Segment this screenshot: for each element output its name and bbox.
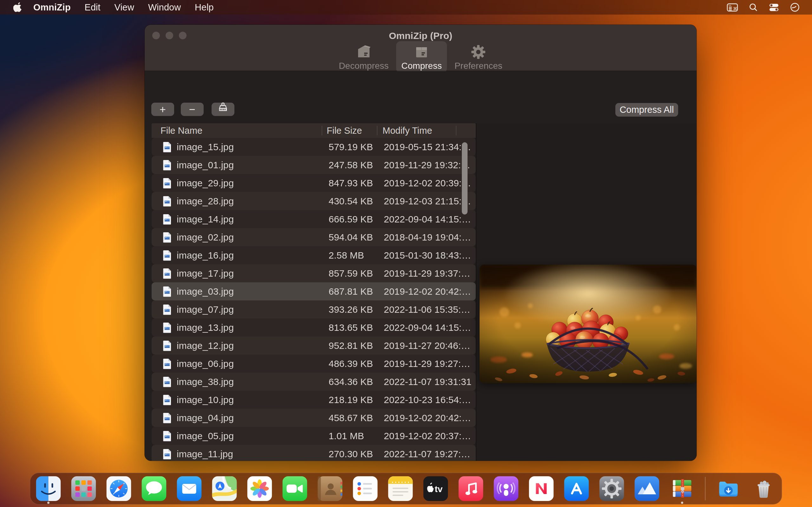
table-row[interactable]: image_15.jpg 579.19 KB 2019-05-15 21:34:… — [152, 138, 476, 156]
table-row[interactable]: image_01.jpg 247.58 KB 2019-11-29 19:32:… — [152, 156, 476, 174]
dock-item-facetime[interactable] — [283, 476, 307, 501]
table-row[interactable]: image_17.jpg 857.59 KB 2019-11-29 19:37:… — [152, 264, 476, 282]
table-row[interactable]: image_10.jpg 218.19 KB 2022-10-23 16:54:… — [152, 391, 476, 409]
add-files-button[interactable]: + — [151, 103, 174, 116]
modify-time: 2018-04-19 19:04:… — [377, 232, 456, 243]
table-row[interactable]: image_14.jpg 666.59 KB 2022-09-04 14:15:… — [152, 210, 476, 228]
window-content: + − Compress All File Name File Size — [145, 71, 697, 461]
clock-icon[interactable] — [790, 2, 800, 12]
file-name: image_02.jpg — [177, 232, 234, 243]
file-size: 2.58 MB — [322, 250, 377, 261]
table-row[interactable]: image_11.jpg 270.30 KB 2022-11-07 19:27:… — [152, 445, 476, 461]
compress-all-button[interactable]: Compress All — [615, 103, 678, 117]
photos-icon — [247, 476, 272, 501]
table-row[interactable]: image_38.jpg 634.36 KB 2022-11-07 19:31:… — [152, 373, 476, 391]
file-size: 687.81 KB — [322, 286, 377, 297]
menu-view[interactable]: View — [114, 2, 134, 13]
table-row[interactable]: image_12.jpg 952.81 KB 2019-11-27 20:46:… — [152, 337, 476, 354]
control-center-icon[interactable] — [768, 3, 779, 12]
jpeg-file-icon — [163, 358, 171, 369]
dock-item-tv[interactable]: tv — [423, 476, 448, 501]
dock-item-maps[interactable] — [212, 476, 237, 501]
tab-preferences[interactable]: Preferences — [450, 41, 507, 73]
file-name: image_15.jpg — [177, 142, 234, 153]
dock-item-safari[interactable] — [107, 476, 131, 501]
file-name: image_12.jpg — [177, 340, 234, 351]
mountains-app-icon — [635, 476, 659, 501]
dock-item-trash[interactable] — [751, 476, 776, 501]
menu-window[interactable]: Window — [148, 2, 181, 13]
table-row[interactable]: image_28.jpg 430.54 KB 2019-12-03 21:15:… — [152, 192, 476, 210]
jpeg-file-icon — [163, 214, 171, 225]
file-size: 458.67 KB — [322, 412, 377, 424]
downloads-folder-icon — [716, 476, 741, 501]
dock-item-launchpad[interactable] — [71, 476, 96, 501]
tab-label: Compress — [401, 61, 442, 71]
jpeg-file-icon — [163, 286, 171, 297]
mail-icon — [177, 476, 202, 501]
file-table: File Name File Size Modify Time image_15… — [152, 123, 476, 461]
file-name: image_14.jpg — [177, 214, 234, 225]
jpeg-file-icon — [163, 377, 171, 387]
dock-item-messages[interactable] — [142, 476, 166, 501]
notes-icon — [388, 476, 413, 501]
contacts-icon — [318, 476, 343, 501]
dock-item-mail[interactable] — [177, 476, 202, 501]
dock-item-podcasts[interactable] — [494, 476, 519, 501]
table-row[interactable]: image_03.jpg 687.81 KB 2019-12-02 20:42:… — [152, 282, 476, 300]
menu-app-name[interactable]: OmniZip — [33, 2, 71, 13]
modify-time: 2019-12-02 20:42:… — [377, 412, 456, 424]
jpeg-file-icon — [163, 160, 171, 170]
file-name: image_13.jpg — [177, 322, 234, 333]
file-size: 634.36 KB — [322, 377, 377, 387]
tab-compress[interactable]: Compress — [396, 41, 447, 73]
jpeg-file-icon — [163, 431, 171, 441]
dock-item-photos[interactable] — [247, 476, 272, 501]
menu-help[interactable]: Help — [195, 2, 214, 13]
column-file-size[interactable]: File Size — [322, 126, 377, 135]
table-row[interactable]: image_02.jpg 594.04 KB 2018-04-19 19:04:… — [152, 228, 476, 246]
toolbar-tabs: Decompress Compress — [145, 41, 697, 73]
table-row[interactable]: image_04.jpg 458.67 KB 2019-12-02 20:42:… — [152, 409, 476, 427]
search-icon[interactable] — [749, 3, 758, 12]
column-file-name[interactable]: File Name — [152, 126, 322, 135]
file-size: 218.19 KB — [322, 395, 377, 405]
dock-item-reminders[interactable] — [353, 476, 378, 501]
dock-item-music[interactable] — [459, 476, 484, 501]
table-row[interactable]: image_13.jpg 813.65 KB 2022-09-04 14:15:… — [152, 319, 476, 337]
dock-item-contacts[interactable] — [318, 476, 343, 501]
clear-list-button[interactable] — [212, 103, 235, 116]
apple-tv-icon: tv — [423, 476, 448, 501]
file-name: image_05.jpg — [177, 431, 234, 441]
table-row[interactable]: image_16.jpg 2.58 MB 2015-01-30 18:43:… — [152, 246, 476, 264]
dock-item-omnizip-archiver[interactable] — [670, 476, 695, 501]
menu-edit[interactable]: Edit — [85, 2, 101, 13]
vertical-scrollbar-thumb[interactable] — [462, 142, 467, 215]
remove-files-button[interactable]: − — [181, 103, 204, 116]
dock-item-downloads-folder[interactable] — [716, 476, 741, 501]
file-size: 247.58 KB — [322, 160, 377, 170]
dock-item-mountains-app[interactable] — [635, 476, 659, 501]
tab-decompress[interactable]: Decompress — [334, 41, 394, 73]
dock-item-notes[interactable] — [388, 476, 413, 501]
dock-item-system-settings[interactable] — [600, 476, 624, 501]
dock-item-news[interactable] — [529, 476, 554, 501]
table-row[interactable]: image_29.jpg 847.93 KB 2019-12-02 20:39:… — [152, 174, 476, 192]
dock-item-finder[interactable] — [36, 476, 61, 501]
modify-time: 2019-11-29 19:27:… — [377, 358, 456, 369]
column-modify-time[interactable]: Modify Time — [377, 126, 456, 135]
table-row[interactable]: image_05.jpg 1.01 MB 2019-12-02 20:37:… — [152, 427, 476, 445]
file-size: 813.65 KB — [322, 322, 377, 333]
dock-item-app-store[interactable] — [564, 476, 589, 501]
apple-menu-icon[interactable] — [13, 2, 22, 12]
modify-time: 2022-11-07 19:31:31 — [377, 377, 456, 387]
window-switcher-icon[interactable]: ⌘ — [727, 3, 738, 12]
file-name: image_29.jpg — [177, 178, 234, 188]
file-size: 847.93 KB — [322, 178, 377, 188]
file-size: 579.19 KB — [322, 142, 377, 153]
modify-time: 2019-05-15 21:34:… — [377, 142, 456, 153]
reminders-icon — [353, 476, 378, 501]
file-size: 857.59 KB — [322, 268, 377, 279]
table-row[interactable]: image_07.jpg 393.26 KB 2022-11-06 15:35:… — [152, 300, 476, 319]
table-row[interactable]: image_06.jpg 486.39 KB 2019-11-29 19:27:… — [152, 354, 476, 373]
